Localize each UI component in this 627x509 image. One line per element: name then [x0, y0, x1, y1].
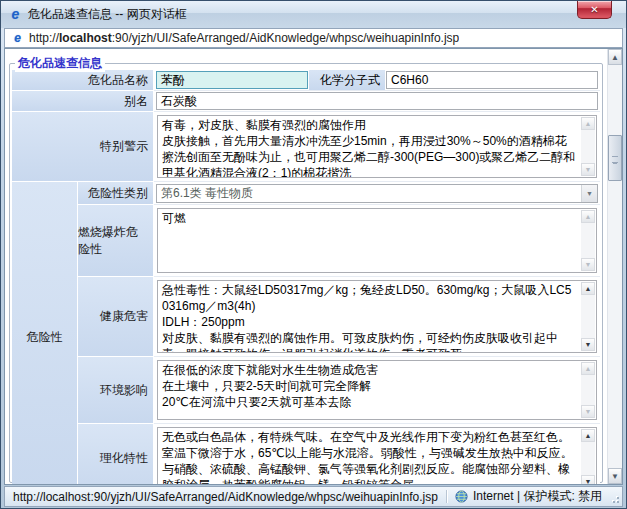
page: 危化品速查信息 危化品名称 苯酚 化学分子式 C6H60 别名 石炭酸: [5, 49, 607, 484]
scroll-up-icon[interactable]: ▲: [581, 429, 595, 442]
hazard-class-cell: 第6.1类 毒性物质 ▼: [154, 182, 600, 205]
window-title: 危化品速查信息 -- 网页对话框: [28, 6, 187, 23]
dialog-content: 危化品速查信息 危化品名称 苯酚 化学分子式 C6H60 别名 石炭酸: [4, 48, 623, 485]
scroll-up-icon: ▲: [611, 53, 619, 62]
status-url: http://localhost:90/yjzh/UI/SafeArranged…: [13, 490, 438, 504]
name-label: 危化品名称: [12, 70, 154, 91]
physical-properties-field[interactable]: 无色或白色晶体，有特殊气味。在空气中及光线作用下变为粉红色甚至红色。室温下微溶于…: [157, 427, 597, 484]
scrollbar-track[interactable]: [608, 65, 622, 468]
section-title: 危化品速查信息: [15, 55, 105, 72]
scroll-down-icon: ▼: [611, 472, 619, 481]
status-zone-text: Internet | 保护模式: 禁用: [473, 488, 602, 505]
alias-row-fields: 石炭酸: [154, 91, 600, 112]
scroll-down-icon[interactable]: ▼: [581, 163, 595, 176]
textarea-scrollbar[interactable]: ▲ ▼: [581, 429, 595, 484]
resize-grip[interactable]: [608, 492, 620, 504]
environment-impact-field[interactable]: 在很低的浓度下就能对水生生物造成危害 在土壤中，只要2-5天时间就可完全降解 2…: [157, 360, 597, 420]
status-separator: [446, 490, 447, 503]
scrollbar-thumb[interactable]: [608, 135, 622, 181]
fire-hazard-cell: 可燃 ▲ ▼: [154, 205, 600, 277]
info-fieldset: 危化品速查信息 危化品名称 苯酚 化学分子式 C6H60 别名 石炭酸: [9, 63, 603, 483]
scroll-down-icon[interactable]: ▼: [581, 258, 595, 271]
address-url: http://localhost:90/yjzh/UI/SafeArranged…: [29, 31, 459, 45]
scroll-up-icon[interactable]: ▲: [581, 210, 595, 223]
formula-label: 化学分子式: [308, 70, 386, 90]
title-bar[interactable]: e 危化品速查信息 -- 网页对话框 ✕: [1, 1, 626, 28]
health-hazard-field[interactable]: 急性毒性：大鼠经LD50317mg／kg；兔经皮LD50。630mg/kg；大鼠…: [157, 280, 597, 353]
page-scrollbar[interactable]: ▲ ▼: [607, 49, 622, 484]
hazard-class-label: 危险性类别: [78, 182, 154, 205]
scroll-up-button[interactable]: ▲: [608, 49, 622, 65]
scroll-down-icon[interactable]: ▼: [581, 475, 595, 484]
textarea-scrollbar[interactable]: ▲ ▼: [581, 362, 595, 418]
dialog-window: e 危化品速查信息 -- 网页对话框 ✕ e http://localhost:…: [0, 0, 627, 509]
fire-hazard-label: 燃烧爆炸危险性: [78, 205, 154, 277]
health-hazard-label: 健康危害: [78, 277, 154, 357]
alias-field[interactable]: 石炭酸: [156, 92, 598, 110]
address-bar: e http://localhost:90/yjzh/UI/SafeArrang…: [4, 28, 623, 48]
special-warning-field[interactable]: 有毒，对皮肤、黏膜有强烈的腐蚀作用 皮肤接触，首先用大量清水冲洗至少15min，…: [157, 115, 597, 178]
close-icon: ✕: [590, 4, 598, 15]
scroll-up-icon[interactable]: ▲: [581, 117, 595, 130]
textarea-scrollbar[interactable]: ▲ ▼: [581, 210, 595, 271]
url-prefix: http://: [29, 31, 59, 45]
environment-impact-cell: 在很低的浓度下就能对水生生物造成危害 在土壤中，只要2-5天时间就可完全降解 2…: [154, 357, 600, 424]
scroll-down-icon[interactable]: ▼: [581, 405, 595, 418]
ie-icon: e: [8, 7, 23, 22]
textarea-scrollbar[interactable]: ▲ ▼: [581, 282, 595, 351]
ie-icon: e: [11, 32, 24, 45]
special-warning-label: 特别警示: [12, 112, 154, 182]
url-path: :90/yjzh/UI/SafeArranged/AidKnowledge/wh…: [112, 31, 460, 45]
special-warning-cell: 有毒，对皮肤、黏膜有强烈的腐蚀作用 皮肤接触，首先用大量清水冲洗至少15min，…: [154, 112, 600, 182]
hazard-class-select[interactable]: 第6.1类 毒性物质 ▼: [156, 184, 598, 203]
scroll-down-icon[interactable]: ▼: [581, 338, 595, 351]
scroll-up-icon[interactable]: ▲: [581, 282, 595, 295]
url-host: localhost: [59, 31, 112, 45]
physical-properties-label: 理化特性: [78, 424, 154, 484]
hazard-group-label: 危险性: [12, 182, 78, 484]
chemical-name-field[interactable]: 苯酚: [156, 71, 308, 89]
status-zone: Internet | 保护模式: 禁用: [455, 488, 602, 505]
textarea-scrollbar[interactable]: ▲ ▼: [581, 117, 595, 176]
physical-properties-cell: 无色或白色晶体，有特殊气味。在空气中及光线作用下变为粉红色甚至红色。室温下微溶于…: [154, 424, 600, 484]
dropdown-arrow-icon[interactable]: ▼: [581, 185, 597, 202]
hazard-class-value: 第6.1类 毒性物质: [161, 185, 253, 202]
internet-globe-icon: [455, 490, 468, 503]
fire-hazard-field[interactable]: 可燃 ▲ ▼: [157, 208, 597, 273]
scroll-up-icon[interactable]: ▲: [581, 362, 595, 375]
environment-impact-label: 环境影响: [78, 357, 154, 424]
formula-field[interactable]: C6H60: [386, 71, 598, 89]
status-bar: http://localhost:90/yjzh/UI/SafeArranged…: [4, 486, 623, 507]
name-row-fields: 苯酚 化学分子式 C6H60: [154, 70, 600, 91]
close-button[interactable]: ✕: [577, 1, 612, 19]
chemical-info-table: 危化品名称 苯酚 化学分子式 C6H60 别名 石炭酸 特别警示: [12, 70, 600, 484]
health-hazard-cell: 急性毒性：大鼠经LD50317mg／kg；兔经皮LD50。630mg/kg；大鼠…: [154, 277, 600, 357]
alias-label: 别名: [12, 91, 154, 112]
scroll-down-button[interactable]: ▼: [608, 468, 622, 484]
